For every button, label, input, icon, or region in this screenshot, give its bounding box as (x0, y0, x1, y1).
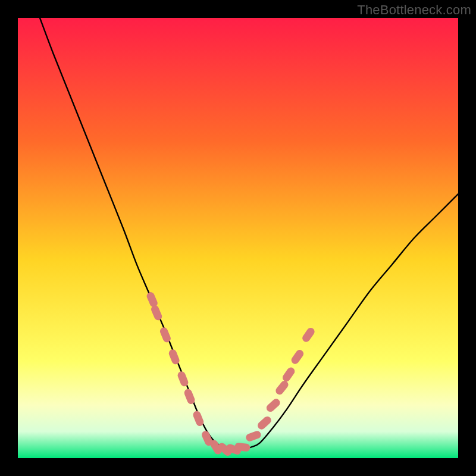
watermark-text: TheBottleneck.com (357, 2, 471, 18)
gradient-background (18, 18, 458, 458)
chart-frame: TheBottleneck.com (0, 0, 476, 476)
chart-svg (18, 18, 458, 458)
plot-area (18, 18, 458, 458)
